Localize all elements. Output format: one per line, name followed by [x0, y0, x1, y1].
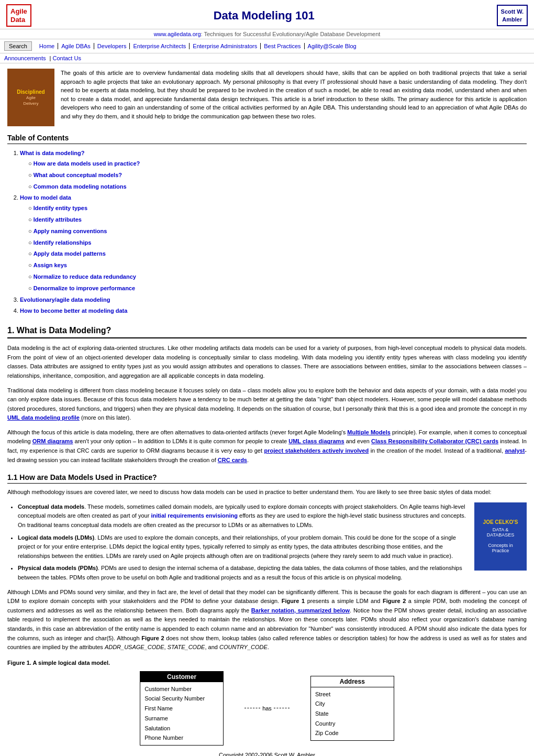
section1-para1: Data modeling is the act of exploring da…	[7, 344, 527, 380]
toc-link-4[interactable]: How to become better at modeling data	[20, 308, 127, 314]
bullet-conceptual: Conceptual data models. These models, so…	[18, 502, 527, 530]
scott-ambler-logo: Scott W. Ambler	[497, 5, 528, 26]
toc-item-2: How to model data Identify entity types …	[20, 193, 527, 293]
erd-field: Phone Number	[144, 733, 219, 743]
bullet-ldm: Logical data models (LDMs). LDMs are use…	[18, 533, 527, 561]
bullet-list: Conceptual data models. These models, so…	[7, 502, 527, 583]
figure1-section: Figure 1. A simple logical data model. C…	[7, 660, 527, 756]
toc-link-3[interactable]: Evolutionary/agile data modeling	[20, 297, 110, 303]
figure1-diagram: Customer Customer Number Social Security…	[7, 671, 527, 746]
logo-agile-data: Agile Data	[6, 4, 31, 27]
nav-enterprise-administrators[interactable]: Enterprise Administrators	[190, 43, 261, 49]
erd-field: Zip Code	[315, 728, 390, 738]
toc-item-1: What is data modeling? How are data mode…	[20, 148, 527, 192]
subnav-bar: Announcements | Contact Us	[0, 53, 534, 63]
toc-subitem-2-4: Identify relationships	[28, 238, 527, 248]
toc-sublink-2-7[interactable]: Normalize to reduce data redundancy	[34, 273, 136, 280]
toc-subitem-2-7: Normalize to reduce data redundancy	[28, 272, 527, 282]
tagline-bar: www.agiledata.org: Techniques for Succes…	[0, 29, 534, 39]
nav-developers[interactable]: Developers	[94, 43, 130, 49]
search-button[interactable]: Search	[4, 41, 32, 51]
section-1-1: 1.1 How are Data Models Used in Practice…	[7, 473, 527, 652]
toc-sublink-2-5[interactable]: Apply data model patterns	[34, 250, 106, 257]
page-header: Agile Data Data Modeling 101 Scott W. Am…	[0, 0, 534, 29]
toc-section: Table of Contents What is data modeling?…	[7, 134, 527, 316]
toc-subitem-1-3: Common data modeling notations	[28, 182, 527, 192]
barker-notation-link[interactable]: Barker notation, summarized below	[251, 607, 350, 613]
toc-heading: Table of Contents	[7, 134, 527, 144]
toc-sublink-2-3[interactable]: Apply naming conventions	[34, 228, 107, 234]
erd-field: First Name	[144, 704, 219, 714]
uml-profile-link[interactable]: UML data modeling profile	[7, 414, 80, 421]
section1-1-para1: Although methodology issues are covered …	[7, 488, 527, 497]
erd-ldm: Customer Customer Number Social Security…	[140, 671, 394, 746]
toc-sublink-1-2[interactable]: What about conceptual models?	[34, 172, 122, 178]
toc-link-2[interactable]: How to model data	[20, 194, 71, 201]
toc-item-3: Evolutionary/agile data modeling	[20, 295, 527, 305]
bullet-title-2: Logical data models (LDMs)	[18, 534, 94, 541]
nav-enterprise-architects[interactable]: Enterprise Architects	[130, 43, 190, 49]
erd-field: Social Security Number	[144, 694, 219, 704]
toc-list: What is data modeling? How are data mode…	[7, 148, 527, 316]
initial-req-link[interactable]: initial requirements envisioning	[151, 512, 238, 519]
page-title-container: Data Modeling 101	[31, 9, 497, 23]
bullets-with-image: JOE CELKO'S DATA & DATABASES Concepts in…	[7, 502, 527, 588]
toc-subitem-2-8: Denormalize to improve performance	[28, 283, 527, 294]
stakeholders-link[interactable]: project stakeholders actively involved	[264, 447, 369, 454]
erd-address-entity: Address Street City State Country Zip Co…	[310, 676, 394, 741]
section-1: 1. What is Data Modeling? Data modeling …	[7, 326, 527, 465]
scott-logo-line2: Ambler	[501, 16, 524, 23]
subnav-announcements[interactable]: Announcements	[4, 55, 46, 61]
logo-line2: Data	[10, 16, 27, 24]
figure1-caption: Figure 1. A simple logical data model.	[7, 660, 527, 666]
toc-sublink-2-8[interactable]: Denormalize to improve performance	[34, 285, 135, 291]
toc-item-4: How to become better at modeling data	[20, 306, 527, 316]
erd-field: Surname	[144, 714, 219, 724]
analyst-link[interactable]: analyst	[505, 447, 525, 454]
section1-para3: Although the focus of this article is da…	[7, 428, 527, 465]
erd-relationship-label: has	[262, 705, 272, 711]
toc-sublink-2-6[interactable]: Assign keys	[34, 262, 67, 268]
erd-field: Street	[315, 689, 390, 699]
toc-subitem-1-1: How are data models used in practice?	[28, 159, 527, 169]
toc-subitem-2-6: Assign keys	[28, 260, 527, 271]
toc-sublink-2-4[interactable]: Identify relationships	[34, 239, 92, 246]
crc-cards-link2[interactable]: CRC cards	[218, 457, 247, 463]
section1-1-heading: 1.1 How are Data Models Used in Practice…	[7, 473, 527, 484]
toc-sublink-1-1[interactable]: How are data models used in practice?	[34, 160, 140, 167]
book2-author: JOE CELKO'S	[483, 519, 518, 525]
tagline-text: : Techniques for Successful Evolutionary…	[201, 31, 381, 37]
multiple-models-link[interactable]: Multiple Models	[347, 429, 391, 435]
crc-cards-link[interactable]: Class Responsibility Collaborator (CRC) …	[371, 438, 498, 444]
nav-best-practices[interactable]: Best Practices	[261, 43, 304, 49]
nav-agile-dbas[interactable]: Agile DBAs	[58, 43, 94, 49]
nav-agility-scale-blog[interactable]: Agility@Scale Blog	[305, 43, 360, 49]
erd-customer-header: Customer	[140, 672, 223, 682]
book2-title: DATA & DATABASES Concepts in Practice	[487, 527, 515, 553]
toc-sublist-1: How are data models used in practice? Wh…	[20, 159, 527, 192]
toc-sublist-2: Identify entity types Identify attribute…	[20, 203, 527, 293]
logo-scott-ambler: Scott W. Ambler	[497, 5, 528, 26]
toc-sublink-2-1[interactable]: Identify entity types	[34, 205, 87, 211]
toc-subitem-2-5: Apply data model patterns	[28, 249, 527, 259]
orm-diagrams-link[interactable]: ORM diagrams	[32, 438, 73, 444]
intro-section: Disciplined Agile Delivery The goals of …	[7, 69, 527, 126]
erd-field: Salutation	[144, 724, 219, 733]
scott-logo-line1: Scott W.	[501, 8, 524, 15]
bullet-pdm: Physical data models (PDMs). PDMs are us…	[18, 564, 527, 582]
toc-sublink-2-2[interactable]: Identify attributes	[34, 216, 82, 223]
toc-sublink-1-3[interactable]: Common data modeling notations	[34, 183, 127, 190]
uml-class-link[interactable]: UML class diagrams	[288, 438, 344, 444]
nav-home[interactable]: Home	[36, 43, 58, 49]
bullet-title-3: Physical data models (PDMs)	[18, 565, 98, 571]
tagline-url[interactable]: www.agiledata.org	[154, 31, 201, 37]
subnav-contact[interactable]: Contact Us	[52, 55, 81, 61]
erd-customer-entity: Customer Customer Number Social Security…	[140, 671, 224, 746]
section1-heading: 1. What is Data Modeling?	[7, 326, 527, 338]
toc-subitem-2-3: Apply naming conventions	[28, 226, 527, 237]
main-content: Disciplined Agile Delivery The goals of …	[0, 63, 534, 756]
logo-line1: Agile	[10, 7, 27, 16]
erd-line-right	[274, 708, 290, 708]
toc-link-1[interactable]: What is data modeling?	[20, 150, 84, 156]
erd-customer-body: Customer Number Social Security Number F…	[140, 682, 223, 745]
